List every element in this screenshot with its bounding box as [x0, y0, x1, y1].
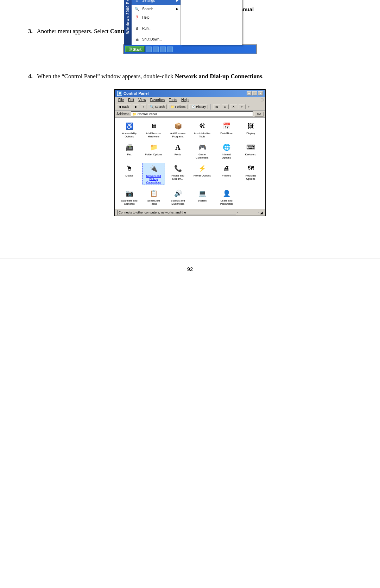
cp-icon-regional-options[interactable]: 🗺 Regional Options	[239, 163, 262, 185]
menu-item-run[interactable]: 🖥 Run...	[132, 24, 180, 33]
regional-options-icon: 🗺	[246, 163, 256, 173]
sounds-multimedia-icon: 🔊	[173, 188, 183, 198]
cp-address-label: Address	[116, 112, 129, 116]
step-4-text-before: When the “Control Panel” window appears,…	[37, 73, 175, 80]
cp-menu-edit[interactable]: Edit	[126, 98, 136, 102]
cp-menu-extras: ⊞	[260, 98, 264, 102]
cp-menu-help[interactable]: Help	[179, 98, 190, 102]
cp-go-button[interactable]: Go	[254, 112, 264, 117]
network-connections-icon: 🔌	[149, 164, 159, 174]
step-4-text: 4. When the “Control Panel” window appea…	[28, 72, 352, 81]
cp-icon-phone-modem[interactable]: 📞 Phone and Modem...	[166, 163, 189, 185]
shutdown-icon: ⏏	[134, 36, 140, 43]
taskbar-icon-3[interactable]	[160, 47, 166, 52]
cp-window-buttons: − □ ×	[247, 91, 263, 95]
search-icon: 🔍	[134, 6, 140, 12]
cp-up-btn[interactable]: ↑	[141, 104, 147, 109]
cp-toolbar-more[interactable]: »	[248, 105, 249, 109]
cp-resize-handle[interactable]: ◢	[260, 211, 263, 215]
mouse-icon: 🖱	[125, 163, 134, 173]
cp-menu-view[interactable]: View	[137, 98, 148, 102]
cp-icon-admin-tools[interactable]: 🛠 Administrative Tools	[191, 120, 214, 139]
cp-undo-btn[interactable]: ↩	[239, 104, 246, 109]
menu-item-search[interactable]: 🔍 Search ▶	[132, 5, 180, 13]
menu-item-settings[interactable]: ⚙ Settings ▶	[132, 0, 180, 5]
display-icon: 🖼	[246, 121, 256, 131]
cp-history-btn[interactable]: 🕑 History	[189, 104, 208, 109]
cp-icon-add-remove-hw[interactable]: 🖥 Add/Remove Hardware	[142, 120, 165, 139]
cp-folders-btn[interactable]: 📁 Folders	[168, 104, 188, 109]
cp-delete-btn[interactable]: ✕	[230, 104, 237, 109]
submenu-taskbar[interactable]: 🗂 Taskbar & Start Menu...	[181, 0, 242, 1]
system-icon: 💻	[197, 188, 207, 198]
control-panel-screenshot: 🖥 Control Panel − □ × File Edit View Fav…	[28, 89, 352, 216]
game-controllers-icon: 🎮	[197, 142, 207, 152]
cp-titlebar: 🖥 Control Panel − □ ×	[115, 90, 265, 97]
taskbar-icon-1[interactable]	[146, 47, 152, 52]
cp-icon-power-options[interactable]: ⚡ Power Options	[191, 163, 214, 185]
cp-icon-add-remove-pgm[interactable]: 📦 Add/Remove Programs	[166, 120, 189, 139]
start-menu-popup: Windows 2000 Professional 🔄 Windows Upda…	[124, 0, 242, 45]
add-remove-pgm-icon: 📦	[173, 121, 183, 131]
cp-title-left: 🖥 Control Panel	[117, 91, 149, 96]
cp-icon-system[interactable]: 💻 System	[191, 188, 214, 206]
cp-menu-tools[interactable]: Tools	[167, 98, 179, 102]
start-button[interactable]: ⊞ Start	[125, 46, 145, 52]
cp-address-folder-icon: 📁	[132, 112, 137, 116]
page-number: 92	[187, 266, 193, 272]
cp-toolbar: ◀ Back ▶ ↑ 🔍 Search 📁 Folders 🕑 History …	[115, 103, 265, 111]
internet-options-icon: 🌐	[222, 142, 232, 152]
keyboard-icon: ⌨	[246, 142, 256, 152]
cp-icon-display[interactable]: 🖼 Display	[239, 120, 262, 139]
taskbar-icon-2[interactable]	[153, 47, 159, 52]
cp-icon-accessibility[interactable]: ♿ Accessibility Options	[118, 120, 141, 139]
cp-address-bar: Address 📁 Control Panel Go	[115, 111, 265, 118]
cp-icon-sounds-multimedia[interactable]: 🔊 Sounds and Multimedia	[166, 188, 189, 206]
cp-back-btn[interactable]: ◀ Back	[116, 104, 131, 109]
add-remove-hw-icon: 🖥	[149, 121, 159, 131]
cp-address-input[interactable]: 📁 Control Panel	[131, 111, 253, 117]
cp-forward-btn[interactable]: ▶	[133, 104, 139, 109]
taskbar-icon-4[interactable]	[167, 47, 173, 52]
cp-menubar: File Edit View Favorites Tools Help ⊞	[115, 97, 265, 103]
cp-status-text: Connects to other computers, networks, a…	[117, 210, 236, 215]
main-content: 3. Another menu appears. Select Control …	[0, 16, 380, 248]
cp-search-btn[interactable]: 🔍 Search	[148, 104, 167, 109]
cp-icon-game-controllers[interactable]: 🎮 Game Controllers	[191, 142, 214, 160]
cp-maximize-btn[interactable]: □	[252, 91, 257, 95]
cp-icon-folder-options[interactable]: 📁 Folder Options	[142, 142, 165, 160]
scheduled-tasks-icon: 📋	[149, 188, 159, 198]
cp-window-title: Control Panel	[124, 91, 149, 95]
cp-icon-scanners-cameras[interactable]: 📷 Scanners and Cameras	[118, 188, 141, 206]
start-menu-main: 🔄 Windows Update 📁 Programs ▶ 📄 Document…	[132, 0, 181, 45]
cp-minimize-btn[interactable]: −	[247, 91, 252, 95]
cp-copyto-btn[interactable]: ⊞	[222, 104, 229, 109]
cp-icon-printers[interactable]: 🖨 Printers	[215, 163, 238, 185]
run-icon: 🖥	[134, 25, 140, 32]
admin-tools-icon: 🛠	[197, 121, 207, 131]
menu-item-help[interactable]: ❓ Help	[132, 13, 180, 22]
cp-icon-scheduled-tasks[interactable]: 📋 Scheduled Tasks	[142, 188, 165, 206]
cp-icons-grid: ♿ Accessibility Options 🖥 Add/Remove Har…	[115, 118, 265, 209]
cp-icon-fonts[interactable]: A Fonts	[166, 142, 189, 160]
cp-moveto-btn[interactable]: ⊠	[213, 104, 220, 109]
cp-close-btn[interactable]: ×	[258, 91, 263, 95]
cp-menu-favorites[interactable]: Favorites	[148, 98, 166, 102]
cp-icon-mouse[interactable]: 🖱 Mouse	[118, 163, 141, 185]
cp-icon-users-passwords[interactable]: 👤 Users and Passwords	[215, 188, 238, 206]
menu-item-shutdown[interactable]: ⏏ Shut Down...	[132, 35, 180, 44]
cp-icon-keyboard[interactable]: ⌨ Keyboard	[239, 142, 262, 160]
cp-icon-fax[interactable]: 📠 Fax	[118, 142, 141, 160]
cp-icon-internet-options[interactable]: 🌐 Internet Options	[215, 142, 238, 160]
step-3-number: 3.	[28, 28, 33, 35]
datetime-icon: 📅	[222, 121, 232, 131]
folder-options-icon: 📁	[149, 142, 159, 152]
phone-modem-icon: 📞	[173, 163, 183, 173]
cp-title-icon: 🖥	[117, 91, 122, 96]
cp-statusbar: Connects to other computers, networks, a…	[115, 209, 265, 216]
cp-menu-file[interactable]: File	[116, 98, 126, 102]
step-4-number: 4.	[28, 73, 33, 80]
cp-icon-network[interactable]: 🔌 Network and Dial-up Connections	[142, 163, 165, 185]
step-4: 4. When the “Control Panel” window appea…	[28, 72, 352, 224]
cp-icon-datetime[interactable]: 📅 Date/Time	[215, 120, 238, 139]
